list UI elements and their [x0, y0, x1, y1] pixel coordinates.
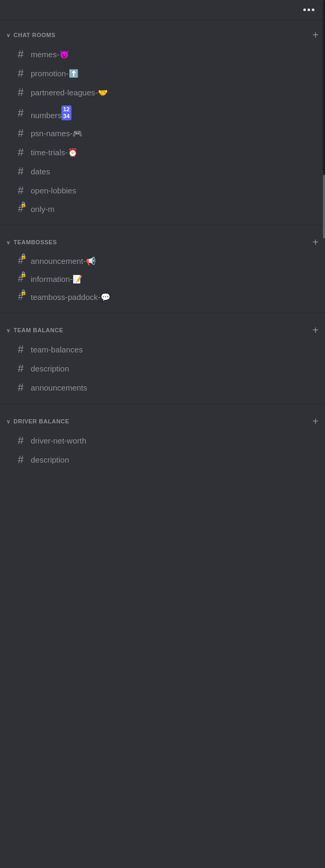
channel-item-memes[interactable]: #memes-😈 — [4, 45, 321, 64]
hash-icon-teamboss-paddock: #🔒 — [15, 291, 26, 303]
add-channel-button-chat-rooms[interactable]: + — [312, 30, 319, 40]
hash-icon-description: # — [15, 362, 26, 375]
section-divider — [0, 313, 325, 313]
channel-name-partnered-leagues: partnered-leagues-🤝 — [31, 88, 108, 98]
channel-item-information-[interactable]: #🔒information-📝 — [4, 270, 321, 288]
channel-name-open-lobbies: open-lobbies — [31, 186, 76, 195]
section-teambosses: ∨TEAMBOSSES+#🔒announcement-📢#🔒informatio… — [0, 227, 325, 311]
channel-item-numbers[interactable]: #numbers1234 — [4, 102, 321, 123]
section-title-team-balance[interactable]: ∨TEAM BALANCE — [6, 327, 64, 333]
channel-item-announcements[interactable]: #announcements — [4, 378, 321, 397]
hash-icon-driver-net-worth: # — [15, 435, 26, 447]
add-channel-button-teambosses[interactable]: + — [312, 237, 319, 247]
channel-item-time-trials[interactable]: #time-trials-⏰ — [4, 143, 321, 162]
sections-container: ∨CHAT ROOMS+#memes-😈#promotion-⬆️#partne… — [0, 20, 325, 474]
channel-name-information-: information-📝 — [31, 274, 83, 284]
channel-name-promotion: promotion-⬆️ — [31, 69, 79, 78]
lock-icon: 🔒 — [20, 201, 26, 207]
channel-name-teamboss-paddock: teamboss-paddock-💬 — [31, 293, 111, 302]
locked-hash-icon: #🔒 — [18, 203, 23, 215]
channel-name-announcement-: announcement-📢 — [31, 256, 96, 266]
more-options-button[interactable] — [303, 8, 314, 11]
hash-symbol: # — [17, 67, 23, 79]
channel-item-team-balances[interactable]: #team-balances — [4, 340, 321, 359]
dot1 — [303, 8, 306, 11]
lock-icon: 🔒 — [20, 253, 26, 259]
hash-icon-announcements: # — [15, 382, 26, 394]
channel-name-time-trials: time-trials-⏰ — [31, 148, 78, 157]
channel-name-description: description — [31, 364, 69, 373]
channel-item-driver-net-worth[interactable]: #driver-net-worth — [4, 431, 321, 450]
section-title-chat-rooms[interactable]: ∨CHAT ROOMS — [6, 32, 56, 38]
hash-icon-psn-names: # — [15, 127, 26, 139]
section-header-team-balance[interactable]: ∨TEAM BALANCE+ — [0, 325, 325, 340]
add-channel-button-team-balance[interactable]: + — [312, 325, 319, 335]
scrollbar[interactable] — [323, 0, 325, 212]
section-divider — [0, 225, 325, 225]
section-header-driver-balance[interactable]: ∨DRIVER BALANCE+ — [0, 416, 325, 431]
chevron-down-icon: ∨ — [6, 240, 11, 245]
hash-symbol: # — [17, 343, 23, 356]
server-header[interactable] — [0, 0, 325, 20]
section-title-driver-balance[interactable]: ∨DRIVER BALANCE — [6, 418, 69, 424]
scrollbar-thumb[interactable] — [323, 175, 325, 238]
hash-icon-partnered-leagues: # — [15, 86, 26, 99]
section-chat-rooms: ∨CHAT ROOMS+#memes-😈#promotion-⬆️#partne… — [0, 20, 325, 223]
section-label: TEAMBOSSES — [14, 239, 57, 245]
chevron-down-icon: ∨ — [6, 32, 11, 38]
section-title-teambosses[interactable]: ∨TEAMBOSSES — [6, 239, 57, 245]
hash-symbol: # — [17, 86, 23, 99]
channel-name-dates: dates — [31, 167, 50, 176]
channel-item-open-lobbies[interactable]: #open-lobbies — [4, 181, 321, 200]
hash-symbol: # — [17, 107, 23, 119]
dot2 — [308, 8, 310, 11]
chevron-down-icon: ∨ — [6, 419, 11, 424]
channel-name-only-m: only-m — [31, 205, 55, 214]
channel-item-psn-names[interactable]: #psn-names-🎮 — [4, 124, 321, 143]
channel-item-description2[interactable]: #description — [4, 450, 321, 469]
section-header-chat-rooms[interactable]: ∨CHAT ROOMS+ — [0, 30, 325, 45]
hash-icon-memes: # — [15, 48, 26, 60]
hash-symbol: # — [17, 165, 23, 178]
channel-name-numbers: numbers1234 — [31, 105, 71, 120]
hash-symbol: # — [17, 48, 23, 60]
channel-name-psn-names: psn-names-🎮 — [31, 129, 83, 138]
hash-icon-open-lobbies: # — [15, 184, 26, 197]
lock-icon: 🔒 — [20, 271, 26, 277]
hash-symbol: # — [17, 435, 23, 447]
section-label: CHAT ROOMS — [14, 32, 56, 38]
hash-symbol: # — [17, 362, 23, 375]
hash-icon-information-: #🔒 — [15, 273, 26, 285]
hash-icon-team-balances: # — [15, 343, 26, 356]
locked-hash-icon: #🔒 — [18, 273, 23, 285]
section-driver-balance: ∨DRIVER BALANCE+#driver-net-worth#descri… — [0, 406, 325, 474]
hash-icon-dates: # — [15, 165, 26, 178]
dot3 — [312, 8, 314, 11]
hash-icon-promotion: # — [15, 67, 26, 79]
channel-item-teamboss-paddock[interactable]: #🔒teamboss-paddock-💬 — [4, 288, 321, 306]
channel-item-only-m[interactable]: #🔒only-m — [4, 200, 321, 218]
add-channel-button-driver-balance[interactable]: + — [312, 416, 319, 427]
locked-hash-icon: #🔒 — [18, 291, 23, 303]
channel-name-announcements: announcements — [31, 383, 87, 392]
channel-item-partnered-leagues[interactable]: #partnered-leagues-🤝 — [4, 83, 321, 102]
hash-icon-description2: # — [15, 454, 26, 466]
chevron-down-icon: ∨ — [6, 327, 11, 333]
channel-name-memes: memes-😈 — [31, 50, 69, 59]
hash-symbol: # — [17, 127, 23, 139]
hash-symbol: # — [17, 184, 23, 197]
hash-icon-only-m: #🔒 — [15, 203, 26, 215]
section-header-teambosses[interactable]: ∨TEAMBOSSES+ — [0, 237, 325, 252]
hash-icon-numbers: # — [15, 107, 26, 119]
channel-item-description[interactable]: #description — [4, 359, 321, 378]
channel-name-team-balances: team-balances — [31, 345, 83, 354]
section-label: DRIVER BALANCE — [14, 418, 69, 424]
channel-name-description2: description — [31, 455, 69, 464]
hash-icon-announcement-: #🔒 — [15, 255, 26, 267]
channel-item-dates[interactable]: #dates — [4, 162, 321, 181]
locked-hash-icon: #🔒 — [18, 255, 23, 267]
channel-item-announcement-[interactable]: #🔒announcement-📢 — [4, 252, 321, 270]
section-label: TEAM BALANCE — [14, 327, 64, 333]
hash-symbol: # — [17, 146, 23, 158]
channel-item-promotion[interactable]: #promotion-⬆️ — [4, 64, 321, 83]
